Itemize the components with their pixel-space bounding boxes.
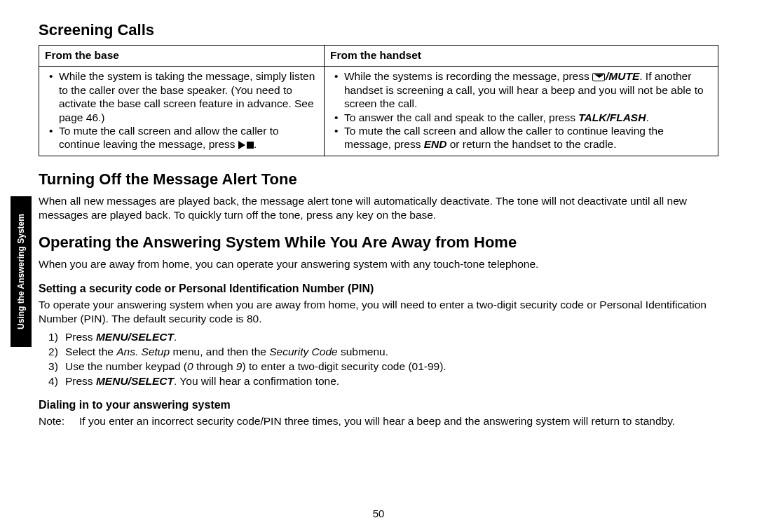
para-operating-away: When you are away from home, you can ope… [39, 257, 718, 271]
handset-bullet-1: While the systems is recording the messa… [334, 69, 712, 110]
note-text: If you enter an incorrect security code/… [79, 414, 718, 428]
page-number: 50 [0, 507, 757, 519]
step-3: Use the number keypad (0 through 9) to e… [51, 360, 718, 374]
note-label: Note: [39, 414, 79, 428]
para-turning-off-alert-tone: When all new messages are played back, t… [39, 194, 718, 222]
table-cell-from-base: While the system is taking the message, … [39, 67, 325, 156]
heading-operating-away: Operating the Answering System While You… [39, 233, 718, 252]
heading-screening-calls: Screening Calls [39, 21, 718, 39]
steps-list: Press MENU/SELECT. Select the Ans. Setup… [51, 330, 718, 389]
step-1: Press MENU/SELECT. [51, 330, 718, 345]
mail-icon [592, 73, 605, 81]
subheading-dialing-in: Dialing in to your answering system [39, 399, 718, 411]
heading-turning-off-alert-tone: Turning Off the Message Alert Tone [39, 170, 718, 189]
table-header-from-base: From the base [39, 46, 325, 67]
handset-bullet-2: To answer the call and speak to the call… [334, 111, 712, 124]
note-row: Note: If you enter an incorrect security… [39, 414, 718, 428]
play-stop-icon [238, 141, 254, 149]
side-tab-using-answering-system: Using the Answering System [11, 196, 32, 347]
screening-calls-table: From the base From the handset While the… [39, 45, 718, 156]
page-content: Screening Calls From the base From the h… [0, 0, 757, 442]
table-header-from-handset: From the handset [324, 46, 718, 67]
handset-bullet-3: To mute the call screen and allow the ca… [334, 124, 712, 151]
table-cell-from-handset: While the systems is recording the messa… [324, 67, 718, 156]
step-4: Press MENU/SELECT. You will hear a confi… [51, 374, 718, 389]
subheading-security-code: Setting a security code or Personal Iden… [39, 282, 718, 295]
step-2: Select the Ans. Setup menu, and then the… [51, 345, 718, 360]
base-bullet-2: To mute the call screen and allow the ca… [49, 124, 318, 151]
base-bullet-1: While the system is taking the message, … [49, 69, 318, 124]
para-security-code: To operate your answering system when yo… [39, 298, 718, 326]
